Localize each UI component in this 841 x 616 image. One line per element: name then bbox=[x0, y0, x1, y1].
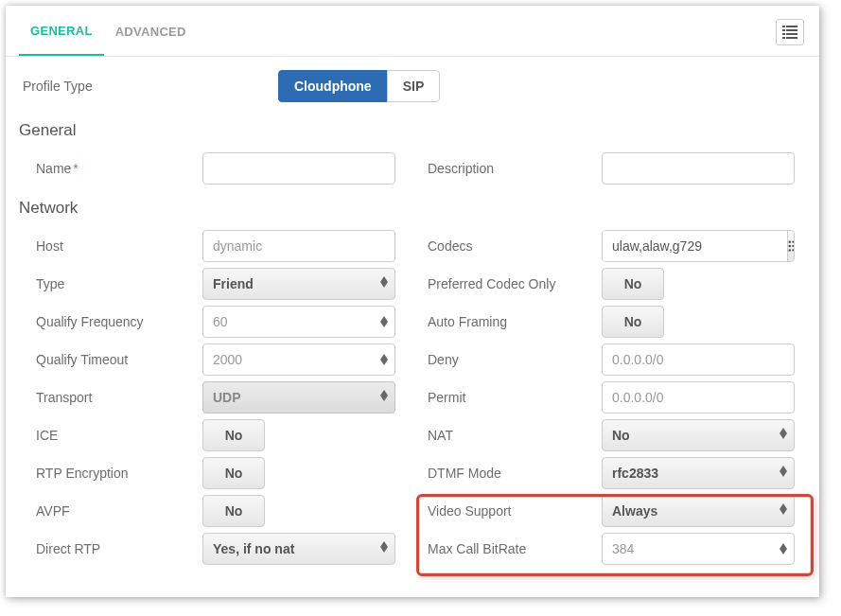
mcb-stepper[interactable]: 384 bbox=[602, 533, 795, 565]
svg-point-8 bbox=[789, 240, 791, 242]
permit-input[interactable] bbox=[602, 381, 795, 414]
drtp-label: Direct RTP bbox=[19, 541, 202, 556]
section-general: General bbox=[19, 115, 806, 150]
profile-type-sip[interactable]: SIP bbox=[387, 70, 441, 102]
dtmf-label: DTMF Mode bbox=[416, 466, 602, 481]
list-view-button[interactable] bbox=[776, 19, 804, 45]
pco-label: Preferred Codec Only bbox=[416, 276, 602, 291]
host-input[interactable] bbox=[202, 230, 395, 262]
name-label: Name* bbox=[19, 161, 202, 176]
rtpenc-toggle[interactable]: No bbox=[202, 457, 265, 489]
pco-toggle[interactable]: No bbox=[602, 268, 664, 300]
deny-input[interactable] bbox=[602, 343, 795, 376]
svg-rect-11 bbox=[792, 245, 795, 247]
svg-rect-4 bbox=[782, 33, 785, 35]
transport-select[interactable]: UDP bbox=[202, 381, 395, 414]
stepper-icon bbox=[378, 350, 390, 369]
name-input[interactable] bbox=[202, 152, 395, 185]
qtime-label: Qualify Timeout bbox=[19, 352, 202, 367]
tab-general[interactable]: GENERAL bbox=[19, 7, 104, 56]
svg-rect-5 bbox=[786, 33, 797, 35]
host-label: Host bbox=[19, 238, 202, 254]
svg-rect-13 bbox=[792, 250, 795, 252]
qfreq-stepper[interactable]: 60 bbox=[202, 306, 395, 338]
description-label: Description bbox=[416, 161, 602, 176]
chevrons-icon bbox=[779, 428, 788, 443]
codecs-label: Codecs bbox=[416, 238, 602, 254]
permit-label: Permit bbox=[416, 390, 602, 405]
svg-rect-7 bbox=[786, 37, 797, 39]
ice-toggle[interactable]: No bbox=[202, 419, 265, 451]
stepper-icon bbox=[778, 539, 789, 558]
vs-select[interactable]: Always bbox=[602, 495, 795, 527]
stepper-icon bbox=[378, 312, 390, 331]
svg-point-12 bbox=[789, 249, 791, 251]
avpf-label: AVPF bbox=[19, 503, 202, 519]
deny-label: Deny bbox=[416, 352, 602, 367]
chevrons-icon bbox=[779, 466, 788, 481]
codecs-input[interactable] bbox=[603, 231, 787, 261]
nat-select[interactable]: No bbox=[602, 419, 795, 451]
chevrons-icon bbox=[379, 390, 389, 405]
codecs-combo bbox=[602, 230, 795, 262]
type-label: Type bbox=[19, 276, 202, 291]
af-toggle[interactable]: No bbox=[602, 306, 664, 338]
transport-label: Transport bbox=[19, 390, 202, 405]
dtmf-select[interactable]: rfc2833 bbox=[602, 457, 795, 489]
ice-label: ICE bbox=[19, 428, 202, 443]
qfreq-label: Qualify Frequency bbox=[19, 314, 202, 329]
chevrons-icon bbox=[779, 503, 788, 519]
svg-rect-2 bbox=[782, 29, 785, 31]
mcb-label: Max Call BitRate bbox=[416, 541, 602, 556]
vs-label: Video Support bbox=[416, 503, 602, 519]
svg-point-10 bbox=[789, 245, 791, 247]
section-network: Network bbox=[19, 193, 806, 227]
svg-rect-9 bbox=[792, 241, 795, 243]
svg-rect-1 bbox=[786, 26, 797, 27]
svg-rect-3 bbox=[786, 29, 797, 31]
profile-type-label: Profile Type bbox=[19, 79, 218, 94]
svg-rect-0 bbox=[782, 26, 785, 27]
list-icon bbox=[782, 25, 797, 40]
type-select[interactable]: Friend bbox=[202, 268, 395, 300]
drtp-select[interactable]: Yes, if no nat bbox=[202, 533, 395, 565]
avpf-toggle[interactable]: No bbox=[202, 495, 265, 527]
rtpenc-label: RTP Encryption bbox=[19, 466, 202, 481]
qtime-stepper[interactable]: 2000 bbox=[202, 343, 395, 376]
codecs-picker-button[interactable] bbox=[787, 231, 795, 261]
nat-label: NAT bbox=[416, 428, 602, 443]
chevrons-icon bbox=[379, 276, 389, 291]
profile-type-segmented: Cloudphone SIP bbox=[278, 70, 440, 102]
svg-rect-6 bbox=[782, 37, 785, 39]
chevrons-icon bbox=[379, 541, 389, 556]
list-icon bbox=[788, 239, 795, 253]
description-input[interactable] bbox=[602, 152, 795, 185]
profile-type-cloudphone[interactable]: Cloudphone bbox=[278, 70, 387, 102]
tab-advanced[interactable]: ADVANCED bbox=[104, 8, 198, 55]
af-label: Auto Framing bbox=[416, 314, 602, 329]
